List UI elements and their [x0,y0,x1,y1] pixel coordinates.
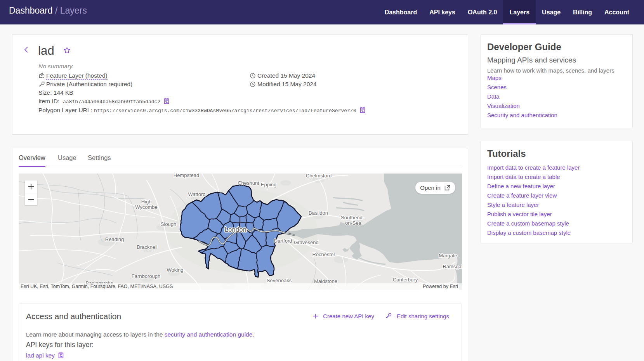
svg-text:Margate: Margate [439,253,457,259]
svg-text:on-Sea: on-Sea [345,220,362,226]
svg-text:Ramsgate: Ramsgate [443,264,462,269]
svg-text:Watford: Watford [188,191,205,197]
svg-text:High: High [141,199,152,205]
svg-text:Epping: Epping [261,182,276,187]
svg-text:Reading: Reading [105,236,124,242]
svg-text:Wycombe: Wycombe [135,204,158,210]
svg-text:Southend-: Southend- [341,215,364,220]
svg-text:Cheshunt: Cheshunt [238,180,259,186]
svg-text:Bracknell: Bracknell [137,244,158,250]
svg-text:Gravesend: Gravesend [294,240,319,245]
svg-text:Chelmsford: Chelmsford [306,174,332,179]
svg-text:Slough: Slough [161,221,176,227]
svg-text:Dartford: Dartford [274,238,292,244]
svg-text:Canterbury: Canterbury [393,277,418,283]
svg-text:Farnborough: Farnborough [132,273,160,279]
svg-text:Hempstead: Hempstead [174,174,199,178]
svg-text:Sevenoaks: Sevenoaks [267,278,292,283]
svg-text:Rochester: Rochester [312,252,335,257]
svg-text:Woking: Woking [167,267,183,273]
svg-text:London: London [225,226,246,233]
svg-text:Basildon: Basildon [309,210,328,216]
